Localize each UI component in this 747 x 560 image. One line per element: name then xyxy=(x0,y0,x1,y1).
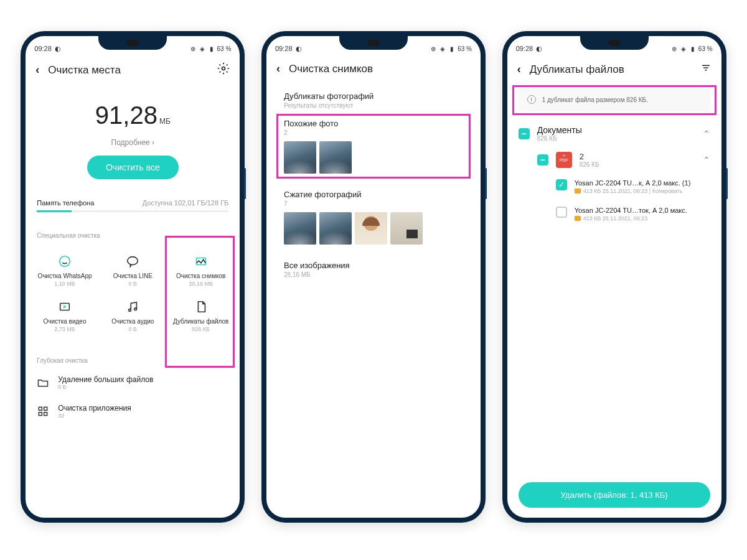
storage-label: Память телефона xyxy=(37,199,94,207)
back-button[interactable]: ‹ xyxy=(517,63,521,76)
side-button xyxy=(485,168,487,199)
notch xyxy=(339,36,408,50)
photo-thumbnail[interactable] xyxy=(319,212,352,245)
collapse-icon: − xyxy=(519,128,530,139)
delete-button[interactable]: Удалить (файлов: 1, 413 КБ) xyxy=(519,482,710,508)
photo-thumbnail[interactable] xyxy=(284,212,316,245)
page-title: Очистка места xyxy=(48,64,209,77)
video-icon xyxy=(57,299,72,314)
svg-rect-10 xyxy=(44,413,47,416)
battery-percent: 63 % xyxy=(458,45,472,52)
apps-icon xyxy=(37,405,49,418)
storage-available: Доступна 102,01 ГБ/128 ГБ xyxy=(143,199,229,207)
svg-rect-7 xyxy=(39,407,42,410)
info-icon: ! xyxy=(527,95,536,104)
section-similar[interactable]: Похожие фото 2 xyxy=(266,111,481,182)
vibrate-icon: ⊕ xyxy=(189,45,197,52)
status-time: 09:28 xyxy=(516,45,533,52)
wifi-icon: ◈ xyxy=(680,45,687,52)
battery-icon: ▮ xyxy=(448,45,456,52)
page-title: Очистка снимков xyxy=(289,63,471,75)
notch xyxy=(98,36,167,50)
collapse-icon: − xyxy=(537,154,548,166)
details-link[interactable]: Подробнее › xyxy=(26,138,240,147)
photo-thumbnail[interactable] xyxy=(390,212,423,245)
clean-line[interactable]: Очистка LINE 0 Б xyxy=(99,248,167,293)
clean-photos[interactable]: Очистка снимков 28,16 МБ xyxy=(167,248,235,293)
svg-rect-8 xyxy=(44,407,47,410)
svg-point-1 xyxy=(60,256,70,267)
battery-percent: 63 % xyxy=(698,45,713,52)
file-item[interactable]: ✓ Yosan JC-2204 TU…к, А 2,0 макс. (1) 41… xyxy=(556,173,710,200)
phone-frame-1: 09:28 ◐ ⊕ ◈ ▮ 63 % ‹ Очистка места 91,28… xyxy=(21,31,245,523)
filter-icon[interactable] xyxy=(700,62,712,77)
storage-row: Память телефона Доступна 102,01 ГБ/128 Г… xyxy=(26,188,240,210)
info-banner: ! 1 дубликат файла размером 826 КБ. xyxy=(519,88,710,111)
audio-icon xyxy=(125,299,140,314)
status-time: 09:28 xyxy=(275,45,293,52)
battery-percent: 63 % xyxy=(217,45,232,52)
section-compress[interactable]: Сжатие фотографий 7 xyxy=(266,182,481,253)
svg-point-0 xyxy=(222,67,225,70)
side-button xyxy=(726,168,728,199)
notch xyxy=(580,36,649,50)
checkbox-checked[interactable]: ✓ xyxy=(556,179,567,190)
folder-icon xyxy=(37,376,49,389)
section-duplicates[interactable]: Дубликаты фотографий Результаты отсутств… xyxy=(266,84,481,111)
pdf-icon: PDF xyxy=(556,152,572,168)
clean-whatsapp[interactable]: Очистка WhatsApp 1,10 МБ xyxy=(31,248,98,293)
special-clean-title: Специальная очистка xyxy=(26,212,240,248)
svg-point-5 xyxy=(129,309,131,312)
settings-icon[interactable] xyxy=(217,62,230,78)
deep-clean-title: Глубокая очистка xyxy=(37,357,228,364)
subgroup-pdf[interactable]: − PDF 2 826 КБ ⌃ xyxy=(537,147,710,173)
vibrate-icon: ⊕ xyxy=(670,45,678,52)
clean-all-button[interactable]: Очистить все xyxy=(87,156,179,179)
alarm-icon: ◐ xyxy=(535,45,543,52)
wifi-icon: ◈ xyxy=(199,45,206,52)
side-button xyxy=(244,168,246,199)
svg-rect-9 xyxy=(39,413,42,416)
clean-audio[interactable]: Очистка аудио 0 Б xyxy=(99,293,167,338)
back-button[interactable]: ‹ xyxy=(35,63,39,77)
header: ‹ Дубликаты файлов xyxy=(507,54,721,85)
section-all-images[interactable]: Все изображения 28,16 МБ xyxy=(266,253,481,281)
clean-video[interactable]: Очистка видео 2,73 МБ xyxy=(31,293,98,338)
alarm-icon: ◐ xyxy=(54,45,62,52)
group-documents[interactable]: − Документы 826 КБ ⌃ xyxy=(519,120,710,147)
file-icon xyxy=(194,299,209,314)
deep-large-files[interactable]: Удаление больших файлов 0 Б xyxy=(37,375,228,390)
alarm-icon: ◐ xyxy=(295,45,303,52)
line-icon xyxy=(125,254,140,269)
phone-frame-3: 09:28 ◐ ⊕ ◈ ▮ 63 % ‹ Дубликаты файлов ! … xyxy=(502,31,726,523)
wifi-icon: ◈ xyxy=(439,45,446,52)
file-item[interactable]: Yosan JC-2204 TU…ток, А 2,0 макс. 413 КБ… xyxy=(556,200,710,228)
status-time: 09:28 xyxy=(34,45,52,52)
chevron-up-icon: ⌃ xyxy=(703,155,710,165)
page-title: Дубликаты файлов xyxy=(530,63,692,76)
vibrate-icon: ⊕ xyxy=(430,45,437,52)
chevron-up-icon: ⌃ xyxy=(703,129,710,139)
checkbox-unchecked[interactable] xyxy=(556,207,567,218)
battery-icon: ▮ xyxy=(208,45,215,52)
header: ‹ Очистка места xyxy=(26,54,240,86)
photo-thumbnail[interactable] xyxy=(319,141,352,174)
folder-color-icon xyxy=(575,216,581,221)
back-button[interactable]: ‹ xyxy=(276,62,280,75)
deep-apps[interactable]: Очистка приложения 32 xyxy=(37,404,228,419)
svg-point-6 xyxy=(134,308,137,310)
photo-thumbnail[interactable] xyxy=(284,141,316,174)
clean-duplicates[interactable]: Дубликаты файлов 826 КБ xyxy=(167,293,235,338)
photo-icon xyxy=(194,254,209,269)
whatsapp-icon xyxy=(57,254,72,269)
phone-frame-2: 09:28 ◐ ⊕ ◈ ▮ 63 % ‹ Очистка снимков Дуб… xyxy=(261,31,486,523)
header: ‹ Очистка снимков xyxy=(266,54,481,84)
photo-thumbnail[interactable] xyxy=(355,212,387,245)
storage-value: 91,28 МБ xyxy=(95,101,171,129)
folder-color-icon xyxy=(575,189,581,194)
battery-icon: ▮ xyxy=(689,45,697,52)
svg-point-2 xyxy=(128,257,138,265)
